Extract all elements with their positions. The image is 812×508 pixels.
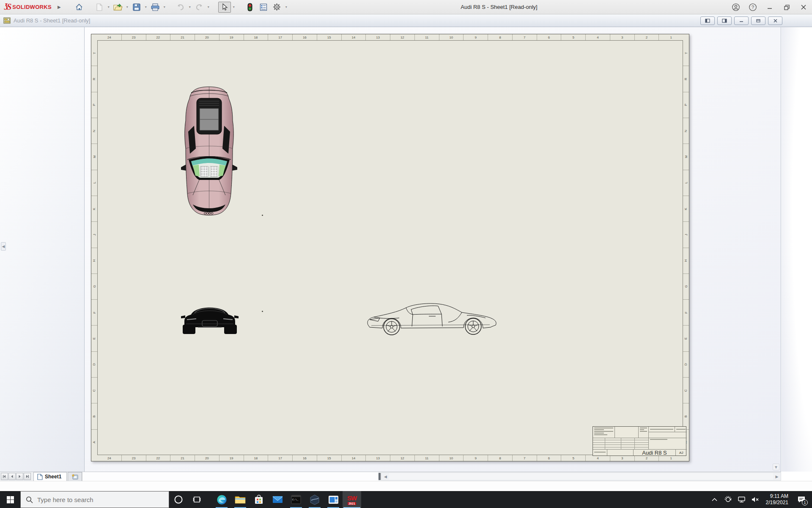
doc-close-button[interactable] [768,17,782,25]
restore-button[interactable] [778,0,795,14]
zone-label: 3 [610,34,635,40]
zone-label: M [683,144,689,170]
add-sheet-button[interactable] [68,472,82,481]
taskbar-app-edrawings[interactable] [305,491,324,508]
tab-sheet1[interactable]: Sheet1 [33,472,67,481]
redo-button[interactable] [193,2,206,13]
graphics-viewport[interactable]: 242322212019181716151413121110987654321 … [85,27,781,472]
title-block[interactable]: Audi R8 S A2 [593,426,686,456]
drawing-view-side[interactable] [365,301,499,338]
tab-sheet1-label: Sheet1 [45,474,61,480]
zone-label: 17 [268,455,293,461]
tray-network-button[interactable] [735,491,748,508]
search-input[interactable] [37,496,156,503]
zone-label: R [683,66,689,92]
undo-dropdown[interactable]: ▾ [188,2,192,13]
start-button[interactable] [0,491,20,508]
minimize-button[interactable] [761,0,778,14]
feature-manager-panel [0,27,85,472]
new-document-icon [96,3,103,11]
tray-volume-button[interactable] [749,491,762,508]
next-sheet-icon [18,475,22,478]
taskbar-app-solidworks[interactable]: SW 2021 [343,491,361,508]
doc-restore-button[interactable] [751,17,765,25]
taskbar-app-mail[interactable] [268,491,287,508]
command-prompt-icon: C:\_ [291,495,301,504]
taskbar-app-store[interactable] [250,491,268,508]
view-origin-marker [262,215,263,216]
taskbar-app-file-explorer[interactable] [231,491,250,508]
menu-flyout-arrow-icon[interactable]: ▶ [58,5,61,9]
taskbar-clock[interactable]: 9:11 AM 2/19/2021 [763,491,792,508]
new-document-dropdown[interactable]: ▾ [107,2,111,13]
task-pane-collapsed[interactable] [782,27,812,472]
zone-label: K [683,196,689,222]
task-view-button[interactable] [188,491,206,508]
tray-hidden-icons-button[interactable] [708,491,721,508]
display-states-button[interactable] [244,2,256,13]
drawing-sheet[interactable]: 242322212019181716151413121110987654321 … [91,34,689,461]
split-right-button[interactable] [717,17,732,25]
close-button[interactable] [795,0,812,14]
taskbar-app-media[interactable] [324,491,343,508]
vertical-scroll-down-button[interactable]: ▼ [773,464,779,470]
prev-sheet-button[interactable] [8,473,16,480]
split-left-button[interactable] [700,17,715,25]
zone-label: N [91,118,97,144]
doc-minimize-icon [739,19,744,23]
home-button[interactable] [73,2,85,13]
taskbar-app-terminal[interactable]: C:\_ [287,491,305,508]
new-document-button[interactable] [93,2,106,13]
panel-collapse-arrow[interactable]: ◀ [1,242,6,251]
restore-icon [784,5,790,10]
taskbar-search[interactable] [20,491,169,508]
zone-label: 5 [561,34,586,40]
horizontal-scrollbar[interactable]: ◀ ▶ [381,472,781,480]
zone-label: D [683,352,689,378]
save-button[interactable] [130,2,143,13]
redo-dropdown[interactable]: ▾ [206,2,211,13]
cortana-button[interactable] [169,491,188,508]
print-button[interactable] [149,2,162,13]
taskbar-app-edge[interactable] [212,491,231,508]
zone-label: B [683,403,689,429]
prev-sheet-icon [10,475,14,478]
scroll-left-button[interactable]: ◀ [381,473,389,480]
options-dropdown[interactable]: ▾ [284,2,288,13]
first-sheet-button[interactable] [1,473,8,480]
undo-button[interactable] [174,2,187,13]
tray-onedrive-button[interactable] [722,491,735,508]
zone-label: 24 [97,34,122,40]
next-sheet-button[interactable] [16,473,23,480]
open-folder-icon [113,3,123,11]
zone-label: 19 [219,34,244,40]
select-button[interactable] [218,2,231,13]
select-dropdown[interactable]: ▾ [232,2,236,13]
last-sheet-button[interactable] [24,473,31,480]
document-properties-button[interactable] [257,2,270,13]
drawing-view-top[interactable] [180,84,238,218]
zone-label: 10 [439,34,464,40]
scroll-right-button[interactable]: ▶ [773,473,781,480]
scroll-track[interactable] [389,473,773,480]
open-button[interactable] [112,2,124,13]
zone-label: 18 [244,455,269,461]
save-dropdown[interactable]: ▾ [144,2,148,13]
help-button[interactable]: ? [744,0,761,14]
action-center-button[interactable]: 1 [793,491,810,508]
solidworks-app-icon: SW 2021 [347,494,357,505]
zone-label: F [683,300,689,326]
title-block-tolerance-cell [593,427,615,438]
minimize-icon [767,5,772,10]
doc-minimize-button[interactable] [734,17,749,25]
print-dropdown[interactable]: ▾ [162,2,167,13]
open-dropdown[interactable]: ▾ [125,2,129,13]
car-front-view [180,300,239,338]
drawing-view-front[interactable] [180,300,239,340]
zone-label: 23 [122,455,146,461]
account-button[interactable] [727,0,744,14]
split-left-icon [705,19,710,23]
scrollbar-splitter-handle[interactable] [379,473,381,480]
solidworks-logo-mark: ʖS [4,2,11,12]
options-button[interactable] [271,2,283,13]
